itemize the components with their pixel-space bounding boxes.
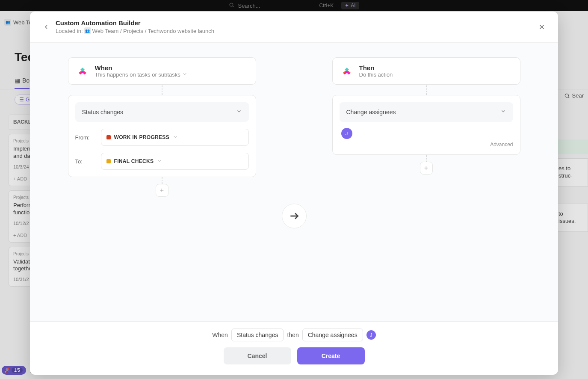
when-header-card[interactable]: When This happens on tasks or subtasks <box>68 57 256 85</box>
summary-action-chip[interactable]: Change assignees <box>302 329 363 341</box>
create-button[interactable]: Create <box>297 347 365 364</box>
then-header-card[interactable]: Then Do this action <box>332 57 520 85</box>
rocket-icon: 🚀 <box>4 368 9 373</box>
action-config-card: Change assignees J Advanced <box>332 95 520 155</box>
connector <box>162 85 163 95</box>
modal-body: When This happens on tasks or subtasks S… <box>30 42 558 322</box>
connector <box>162 177 163 184</box>
when-pane: When This happens on tasks or subtasks S… <box>30 43 294 321</box>
back-button[interactable] <box>40 21 52 33</box>
trigger-config-card: Status changes From: WORK IN PROGRESS <box>68 95 256 177</box>
assignee-row[interactable]: J <box>340 128 513 139</box>
to-label: To: <box>75 158 96 165</box>
advanced-link[interactable]: Advanced <box>340 142 513 148</box>
status-color-icon <box>106 159 111 163</box>
modal-location: Located in: 👥 Web Team / Projects / Tech… <box>56 27 536 34</box>
status-color-icon <box>106 135 111 139</box>
close-button[interactable] <box>536 21 548 33</box>
connector <box>426 85 427 95</box>
chevron-down-icon <box>173 133 178 141</box>
onboarding-progress[interactable]: 🚀 1/5 <box>2 366 26 375</box>
add-action-button[interactable]: + <box>420 162 433 175</box>
when-subtitle[interactable]: This happens on tasks or subtasks <box>95 71 249 78</box>
clickup-logo-icon <box>75 64 90 78</box>
connector <box>426 155 427 162</box>
then-pane: Then Do this action Change assignees J <box>294 43 558 321</box>
chevron-down-icon <box>500 108 506 116</box>
plus-icon: + <box>160 187 164 194</box>
automation-summary: When Status changes then Change assignee… <box>212 329 375 341</box>
cancel-button[interactable]: Cancel <box>224 347 291 364</box>
to-field-row: To: FINAL CHECKS <box>75 153 249 170</box>
assignee-avatar[interactable]: J <box>341 128 352 139</box>
automation-builder-modal: Custom Automation Builder Located in: 👥 … <box>30 12 558 375</box>
modal-footer: When Status changes then Change assignee… <box>30 322 558 375</box>
team-icon: 👥 <box>84 27 91 34</box>
chevron-down-icon <box>182 71 187 78</box>
chevron-down-icon <box>236 108 242 116</box>
add-condition-button[interactable]: + <box>156 184 168 197</box>
summary-trigger-chip[interactable]: Status changes <box>231 329 284 341</box>
from-status-input[interactable]: WORK IN PROGRESS <box>101 129 249 146</box>
clickup-logo-icon <box>340 64 354 78</box>
when-title: When <box>95 64 249 71</box>
then-title: Then <box>359 64 513 71</box>
from-label: From: <box>75 134 96 141</box>
to-status-input[interactable]: FINAL CHECKS <box>101 153 249 170</box>
from-field-row: From: WORK IN PROGRESS <box>75 129 249 146</box>
plus-icon: + <box>424 164 428 172</box>
progress-count: 1/5 <box>12 367 23 373</box>
summary-assignee-avatar[interactable]: J <box>366 330 376 340</box>
trigger-selector[interactable]: Status changes <box>75 102 249 122</box>
modal-header: Custom Automation Builder Located in: 👥 … <box>30 12 558 42</box>
modal-title: Custom Automation Builder <box>56 19 536 27</box>
flow-arrow <box>282 204 307 228</box>
chevron-down-icon <box>157 157 162 165</box>
action-selector[interactable]: Change assignees <box>340 102 513 122</box>
then-subtitle: Do this action <box>359 71 513 78</box>
